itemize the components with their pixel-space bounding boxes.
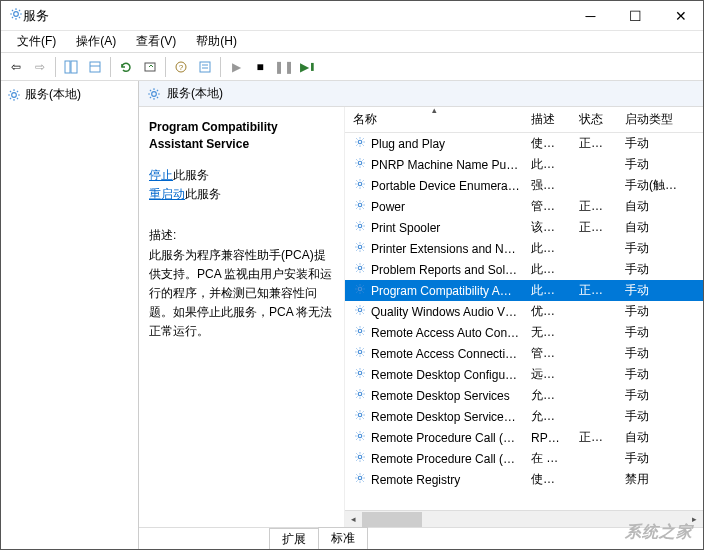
refresh-button[interactable] (115, 56, 137, 78)
menu-action[interactable]: 操作(A) (68, 31, 124, 52)
service-icon (353, 261, 367, 278)
help-button[interactable]: ? (170, 56, 192, 78)
service-icon (353, 324, 367, 341)
tab-extended[interactable]: 扩展 (269, 528, 319, 550)
table-row[interactable]: Quality Windows Audio V…优质…手动 (345, 301, 703, 322)
service-desc: 优质… (523, 301, 571, 322)
close-button[interactable]: ✕ (658, 1, 703, 31)
service-icon (353, 450, 367, 467)
svg-point-28 (358, 455, 362, 459)
export-list-button[interactable] (84, 56, 106, 78)
tree-root-item[interactable]: 服务(本地) (3, 83, 136, 106)
export-button[interactable] (139, 56, 161, 78)
service-name: Remote Access Auto Con… (371, 326, 519, 340)
tab-standard[interactable]: 标准 (318, 527, 368, 549)
service-status: 正在… (571, 427, 617, 448)
service-icon (353, 429, 367, 446)
horizontal-scrollbar[interactable]: ◂ ▸ (345, 510, 703, 527)
table-row[interactable]: Remote Procedure Call (…在 W…手动 (345, 448, 703, 469)
service-icon (353, 366, 367, 383)
service-desc: 此服… (523, 280, 571, 301)
service-name: Program Compatibility A… (371, 284, 512, 298)
service-startup: 手动 (617, 343, 689, 364)
service-desc: 管理… (523, 196, 571, 217)
table-row[interactable]: Remote Procedure Call (…RPC…正在…自动 (345, 427, 703, 448)
maximize-button[interactable]: ☐ (613, 1, 658, 31)
table-row[interactable]: Remote Desktop Configu…远程…手动 (345, 364, 703, 385)
stop-link[interactable]: 停止 (149, 168, 173, 182)
pause-service-button[interactable]: ❚❚ (273, 56, 295, 78)
scroll-left-button[interactable]: ◂ (345, 511, 362, 528)
table-row[interactable]: Problem Reports and Sol…此服…手动 (345, 259, 703, 280)
table-row[interactable]: PNRP Machine Name Pu…此服…手动 (345, 154, 703, 175)
col-name[interactable]: 名称▴ (345, 107, 523, 132)
restart-link[interactable]: 重启动 (149, 187, 185, 201)
service-startup: 禁用 (617, 469, 689, 490)
service-icon (353, 408, 367, 425)
service-name: Remote Procedure Call (… (371, 431, 515, 445)
service-status (571, 247, 617, 251)
forward-button[interactable]: ⇨ (29, 56, 51, 78)
service-startup: 手动 (617, 133, 689, 154)
service-desc: 允许… (523, 406, 571, 427)
service-startup: 自动 (617, 427, 689, 448)
service-icon (353, 177, 367, 194)
scroll-right-button[interactable]: ▸ (686, 511, 703, 528)
table-row[interactable]: Program Compatibility A…此服…正在…手动 (345, 280, 703, 301)
svg-point-15 (358, 182, 362, 186)
table-row[interactable]: Remote Desktop Service…允许…手动 (345, 406, 703, 427)
svg-point-0 (14, 12, 19, 17)
service-startup: 手动(触发… (617, 175, 689, 196)
properties-button[interactable] (194, 56, 216, 78)
restart-service-button[interactable]: ▶❚ (297, 56, 319, 78)
back-button[interactable]: ⇦ (5, 56, 27, 78)
table-row[interactable]: Portable Device Enumera…强制…手动(触发… (345, 175, 703, 196)
list-header: 名称▴ 描述 状态 启动类型 (345, 107, 703, 133)
svg-point-20 (358, 287, 362, 291)
service-name: Printer Extensions and N… (371, 242, 516, 256)
service-startup: 手动 (617, 301, 689, 322)
toolbar: ⇦ ⇨ ? ▶ ■ ❚❚ ▶❚ (1, 53, 703, 81)
minimize-button[interactable]: ─ (568, 1, 613, 31)
menu-view[interactable]: 查看(V) (128, 31, 184, 52)
service-icon (353, 303, 367, 320)
table-row[interactable]: Plug and Play使计…正在…手动 (345, 133, 703, 154)
col-status[interactable]: 状态 (571, 107, 617, 132)
table-row[interactable]: Remote Access Auto Con…无论…手动 (345, 322, 703, 343)
service-icon (353, 198, 367, 215)
service-icon (353, 282, 367, 299)
service-title: Program Compatibility Assistant Service (149, 119, 334, 153)
table-row[interactable]: Print Spooler该服…正在…自动 (345, 217, 703, 238)
service-status (571, 310, 617, 314)
stop-service-button[interactable]: ■ (249, 56, 271, 78)
title-bar: 服务 ─ ☐ ✕ (1, 1, 703, 31)
service-desc: 远程… (523, 364, 571, 385)
start-service-button[interactable]: ▶ (225, 56, 247, 78)
service-name: Remote Desktop Services (371, 389, 510, 403)
table-row[interactable]: Printer Extensions and N…此服…手动 (345, 238, 703, 259)
service-status: 正在… (571, 217, 617, 238)
svg-rect-8 (200, 62, 210, 72)
tree-root-label: 服务(本地) (25, 86, 81, 103)
svg-point-29 (358, 476, 362, 480)
app-icon (9, 7, 23, 24)
table-row[interactable]: Power管理…正在…自动 (345, 196, 703, 217)
right-pane-header: 服务(本地) (139, 81, 703, 107)
table-row[interactable]: Remote Desktop Services允许…手动 (345, 385, 703, 406)
col-startup[interactable]: 启动类型 (617, 107, 689, 132)
service-startup: 自动 (617, 217, 689, 238)
table-row[interactable]: Remote Access Connecti…管理…手动 (345, 343, 703, 364)
service-description: 此服务为程序兼容性助手(PCA)提供支持。PCA 监视由用户安装和运行的程序，并… (149, 246, 334, 342)
menu-file[interactable]: 文件(F) (9, 31, 64, 52)
menu-help[interactable]: 帮助(H) (188, 31, 245, 52)
service-startup: 手动 (617, 385, 689, 406)
service-name: Quality Windows Audio V… (371, 305, 517, 319)
service-status: 正在… (571, 196, 617, 217)
show-hide-tree-button[interactable] (60, 56, 82, 78)
svg-rect-3 (90, 62, 100, 72)
col-desc[interactable]: 描述 (523, 107, 571, 132)
svg-point-19 (358, 266, 362, 270)
scroll-thumb[interactable] (362, 512, 422, 527)
table-row[interactable]: Remote Registry使远…禁用 (345, 469, 703, 490)
service-icon (353, 471, 367, 488)
